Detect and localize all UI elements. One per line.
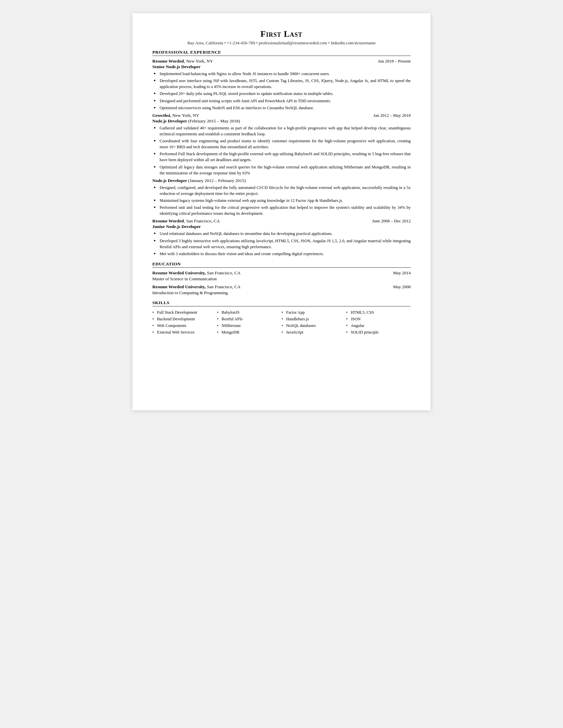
company-location-1: , New York, NY: [184, 59, 213, 64]
edu-school-1: Resume Worded University, San Francisco,…: [152, 270, 240, 276]
job-bullets-2a: Gathered and validated 40+ requirements …: [152, 125, 411, 176]
company-location-2: , New York, NY: [170, 113, 199, 118]
skill-item: Full Stack Development: [152, 309, 213, 316]
skills-col-2: BabylonJS Restful APIs NHibernate MongoD…: [217, 309, 282, 336]
skills-section: Skills Full Stack Development Backend De…: [152, 300, 411, 336]
skill-item: Factor App: [282, 309, 343, 316]
skill-item: External Web Services: [152, 329, 213, 336]
job-entry-2: Growthsi, New York, NY Jan 2012 – May 20…: [152, 113, 411, 217]
skill-item: Angular: [346, 322, 407, 329]
contact-info: Bay Area, California • +1-234-456-789 • …: [152, 40, 411, 46]
bullet-item: Gathered and validated 40+ requirements …: [152, 125, 411, 137]
skill-item: NHibernate: [217, 322, 278, 329]
job-dates-1: Jun 2018 – Present: [378, 59, 411, 64]
edu-header-2: Resume Worded University, San Francisco,…: [152, 284, 411, 290]
experience-section: Professional Experience Resume Worded, N…: [152, 50, 411, 257]
education-section: Education Resume Worded University, San …: [152, 261, 411, 296]
edu-entry-1: Resume Worded University, San Francisco,…: [152, 270, 411, 282]
edu-date-1: May 2014: [393, 270, 411, 276]
skill-item: Web Components: [152, 322, 213, 329]
job-title-3: Junior Node.js Developer: [152, 224, 411, 229]
skill-item: Restful APIs: [217, 316, 278, 322]
job-bullets-1: Implemented load-balancing with Nginx to…: [152, 71, 411, 111]
edu-degree-2: Introduction to Computing & Programming: [152, 290, 411, 296]
job-entry-1: Resume Worded, New York, NY Jun 2018 – P…: [152, 59, 411, 111]
bullet-item: Met with 3 stakeholders to discuss their…: [152, 251, 411, 257]
resume-header: First Last Bay Area, California • +1-234…: [152, 29, 411, 46]
skill-item: NoSQL databases: [282, 322, 343, 329]
job-entry-3: Resume Worded, San Francisco, CA June 20…: [152, 218, 411, 257]
skills-col-1: Full Stack Development Backend Developme…: [152, 309, 217, 336]
job-title-2b: Node.js Developer (January 2012 – Februa…: [152, 178, 411, 183]
bullet-item: Performed unit and load testing for the …: [152, 205, 411, 216]
bullet-item: Coordinated with four engineering and pr…: [152, 138, 411, 150]
skills-grid: Full Stack Development Backend Developme…: [152, 309, 411, 336]
company-name-2: Growthsi: [152, 113, 170, 118]
job-title-1: Senior Node.js Developer: [152, 64, 411, 69]
job-header-3: Resume Worded, San Francisco, CA June 20…: [152, 218, 411, 224]
edu-entry-2: Resume Worded University, San Francisco,…: [152, 284, 411, 296]
education-section-title: Education: [152, 261, 411, 268]
job-dates-3: June 2008 – Dec 2012: [372, 218, 411, 224]
skill-item: Handlebars.js: [282, 316, 343, 322]
skill-item: MongoDB: [217, 329, 278, 336]
edu-school-2: Resume Worded University, San Francisco,…: [152, 284, 240, 290]
bullet-item: Optimized all legacy data storages and s…: [152, 164, 411, 176]
skills-list-2: BabylonJS Restful APIs NHibernate MongoD…: [217, 309, 278, 336]
experience-section-title: Professional Experience: [152, 50, 411, 56]
bullet-item: Designed, configured, and developed the …: [152, 185, 411, 197]
skills-list-3: Factor App Handlebars.js NoSQL databases…: [282, 309, 343, 336]
skills-list-1: Full Stack Development Backend Developme…: [152, 309, 213, 336]
skill-item: JSON: [346, 316, 407, 322]
skill-item: BabylonJS: [217, 309, 278, 316]
skill-item: JavaScript: [282, 329, 343, 336]
skills-section-title: Skills: [152, 300, 411, 306]
bullet-item: Designed and performed unit testing scri…: [152, 98, 411, 104]
job-dates-2: Jan 2012 – May 2018: [373, 113, 411, 118]
bullet-item: Developed 3 highly interactive web appli…: [152, 238, 411, 250]
skill-item: Backend Development: [152, 316, 213, 322]
candidate-name: First Last: [152, 29, 411, 39]
bullet-item: Implemented load-balancing with Nginx to…: [152, 71, 411, 77]
job-company-2: Growthsi, New York, NY: [152, 113, 199, 118]
job-bullets-3: Used relational databases and NoSQL data…: [152, 231, 411, 257]
job-bullets-2b: Designed, configured, and developed the …: [152, 185, 411, 217]
skills-col-4: HTML5, CSS JSON Angular SOLID principle: [346, 309, 411, 336]
skill-item: HTML5, CSS: [346, 309, 407, 316]
skills-list-4: HTML5, CSS JSON Angular SOLID principle: [346, 309, 407, 336]
bullet-item: Performed Full Stack development of the …: [152, 151, 411, 163]
company-location-3: , San Francisco, CA: [184, 218, 219, 223]
edu-header-1: Resume Worded University, San Francisco,…: [152, 270, 411, 276]
job-title-2a: Node.js Developer (February 2015 – May 2…: [152, 118, 411, 124]
bullet-item: Maintained legacy systems high-volume ex…: [152, 198, 411, 204]
bullet-item: Optimized microservices using NodeJS and…: [152, 105, 411, 111]
skill-item: SOLID principle: [346, 329, 407, 336]
skills-col-3: Factor App Handlebars.js NoSQL databases…: [282, 309, 346, 336]
job-header-2: Growthsi, New York, NY Jan 2012 – May 20…: [152, 113, 411, 118]
company-name-3: Resume Worded: [152, 218, 184, 223]
edu-date-2: May 2008: [393, 284, 411, 290]
bullet-item: Developed user interface using JSP with …: [152, 78, 411, 90]
edu-degree-1: Master of Science in Communication: [152, 276, 411, 282]
job-company-1: Resume Worded, New York, NY: [152, 59, 213, 64]
job-company-3: Resume Worded, San Francisco, CA: [152, 218, 220, 224]
resume-page: First Last Bay Area, California • +1-234…: [132, 13, 431, 410]
bullet-item: Used relational databases and NoSQL data…: [152, 231, 411, 237]
bullet-item: Developed 20+ daily jobs using PL/SQL st…: [152, 91, 411, 97]
job-header-1: Resume Worded, New York, NY Jun 2018 – P…: [152, 59, 411, 64]
company-name-1: Resume Worded: [152, 59, 184, 64]
